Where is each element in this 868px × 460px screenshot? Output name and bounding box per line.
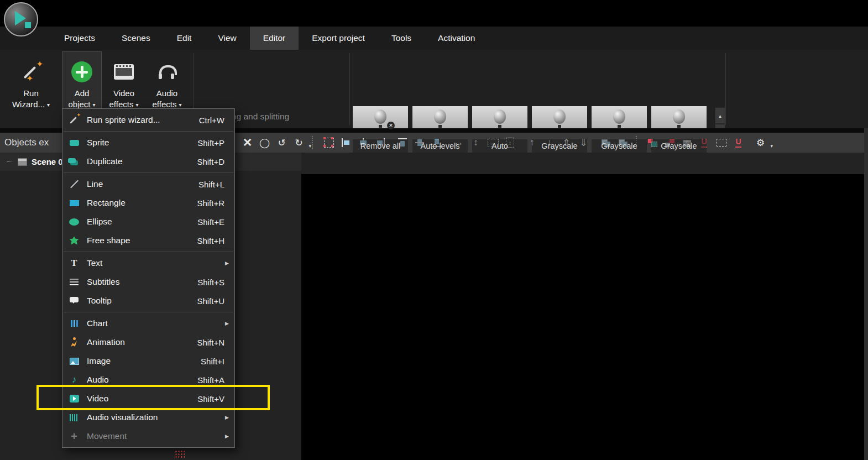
menu-item-shortcut: Shift+R — [197, 198, 229, 208]
add-object-label: Add — [75, 88, 90, 98]
menu-item-shortcut: Shift+D — [197, 157, 229, 166]
menu-line[interactable]: Line Shift+L — [62, 175, 234, 194]
menu-item-label: Rectangle — [87, 198, 126, 208]
menu-tab-label: Scenes — [122, 33, 150, 43]
quick-style-label: Grayscale — [651, 139, 707, 153]
menu-item-label: Subtitles — [87, 277, 119, 287]
right-edge-strip — [864, 128, 868, 460]
menu-duplicate[interactable]: Duplicate Shift+D — [62, 152, 234, 171]
menu-item-label: Free shape — [87, 236, 130, 245]
menu-free-shape[interactable]: Free shape Shift+H — [62, 231, 234, 250]
remove-badge-icon: ✕ — [387, 122, 395, 129]
menu-tab-label: Projects — [64, 33, 95, 43]
menu-tab-label: Activation — [438, 33, 475, 43]
tab-tools[interactable]: Tools — [378, 27, 425, 50]
open-project-icon[interactable] — [69, 6, 81, 19]
ribbon-separator — [725, 53, 726, 125]
chart-icon — [67, 317, 81, 330]
undo-icon[interactable]: ↺ — [273, 134, 290, 151]
menu-item-shortcut: Shift+N — [197, 338, 229, 347]
quick-access-menu-icon[interactable] — [128, 6, 140, 19]
snap-to-objects-icon[interactable]: U — [730, 134, 747, 151]
menu-item-label: Tooltip — [87, 296, 112, 306]
settings-gear-icon[interactable]: ⚙ — [752, 134, 769, 151]
audio-effects-label: Audio — [156, 88, 177, 98]
magic-wand-icon — [18, 59, 44, 85]
titlebar — [0, 0, 868, 27]
menu-separator — [62, 129, 234, 133]
menu-image[interactable]: Image Shift+I — [62, 352, 234, 370]
line-icon — [67, 178, 81, 190]
menu-item-shortcut: Shift+V — [197, 394, 229, 404]
tree-branch-line — [7, 161, 13, 162]
menu-subtitles[interactable]: Subtitles Shift+S — [62, 273, 234, 291]
menu-audio-visualization[interactable]: Audio visualization — [62, 408, 234, 427]
app-logo-icon[interactable] — [4, 2, 38, 36]
menu-video[interactable]: Video Shift+V — [62, 389, 234, 408]
run-wizard-button[interactable]: Run Wizard... — [2, 51, 60, 126]
menu-audio[interactable]: Audio Shift+A — [62, 370, 234, 389]
menu-item-shortcut: Shift+P — [197, 138, 229, 148]
delete-object-icon[interactable]: ✕ — [239, 134, 256, 151]
free-shape-icon — [67, 234, 81, 247]
save-project-icon[interactable] — [88, 6, 101, 19]
new-project-icon[interactable] — [49, 6, 61, 19]
menu-item-shortcut: Shift+E — [197, 217, 229, 227]
menu-animation[interactable]: Animation Shift+N — [62, 333, 234, 352]
tab-export-project[interactable]: Export project — [299, 27, 378, 50]
transform-handles-icon[interactable] — [320, 134, 337, 151]
menu-sprite[interactable]: Sprite Shift+P — [62, 133, 234, 152]
menu-item-label: Animation — [87, 337, 125, 347]
wand-icon — [67, 114, 81, 126]
tab-scenes[interactable]: Scenes — [108, 27, 164, 50]
quick-style-label: Grayscale — [532, 139, 587, 153]
text-icon — [67, 257, 81, 269]
tab-activation[interactable]: Activation — [425, 27, 488, 50]
menu-rectangle[interactable]: Rectangle Shift+R — [62, 194, 234, 212]
marquee-select-icon[interactable] — [713, 134, 730, 151]
audio-visualization-icon — [67, 411, 81, 424]
menu-item-shortcut: Shift+H — [197, 236, 229, 245]
menu-tooltip[interactable]: Tooltip Shift+U — [62, 291, 234, 310]
video-icon — [67, 393, 81, 405]
menu-item-shortcut: Shift+L — [198, 180, 229, 189]
scene-item-label: Scene 0 — [32, 157, 63, 166]
menu-separator — [62, 171, 234, 175]
redo-icon[interactable]: ↻ — [290, 134, 307, 151]
quick-style-label: Grayscale — [592, 139, 647, 153]
menu-item-label: Duplicate — [87, 156, 123, 166]
menu-movement[interactable]: Movement — [62, 427, 234, 446]
quick-style-label: Auto levels — [412, 139, 468, 153]
movement-icon — [67, 430, 81, 442]
menu-ellipse[interactable]: Ellipse Shift+E — [62, 212, 234, 231]
menu-item-label: Text — [87, 258, 102, 268]
ellipse-tool-icon[interactable]: ◯ — [256, 134, 273, 151]
menu-item-label: Image — [87, 356, 111, 366]
tab-edit[interactable]: Edit — [164, 27, 205, 50]
vsdc-editor-window: Projects Scenes Edit View Editor Export … — [0, 0, 868, 460]
menu-run-sprite-wizard[interactable]: Run sprite wizard... Ctrl+W — [62, 111, 234, 129]
add-object-menu: Run sprite wizard... Ctrl+W Sprite Shift… — [62, 108, 235, 448]
menu-item-label: Movement — [87, 431, 127, 441]
menu-tab-label: Export project — [312, 33, 365, 43]
menu-chart[interactable]: Chart — [62, 314, 234, 333]
tab-projects[interactable]: Projects — [51, 27, 108, 50]
run-wizard-label: Run — [23, 88, 39, 98]
menu-item-shortcut: Shift+I — [201, 357, 229, 366]
menu-item-label: Run sprite wizard... — [87, 115, 160, 125]
tab-view[interactable]: View — [205, 27, 249, 50]
quick-style-label: Auto — [472, 139, 527, 153]
toolbar-separator — [312, 136, 316, 149]
audio-icon — [67, 374, 81, 386]
animation-icon — [67, 336, 81, 348]
scene-icon — [18, 158, 27, 166]
menu-item-label: Chart — [87, 318, 108, 328]
align-left-icon[interactable] — [337, 134, 354, 151]
tab-editor[interactable]: Editor — [250, 27, 299, 50]
subtitles-icon — [67, 276, 81, 288]
style-scroll-up-icon[interactable]: ▴ — [715, 107, 725, 124]
menu-text[interactable]: Text — [62, 254, 234, 273]
export-project-icon[interactable] — [108, 6, 121, 19]
ellipse-icon — [67, 216, 81, 228]
scene-preview-canvas[interactable] — [301, 174, 864, 460]
